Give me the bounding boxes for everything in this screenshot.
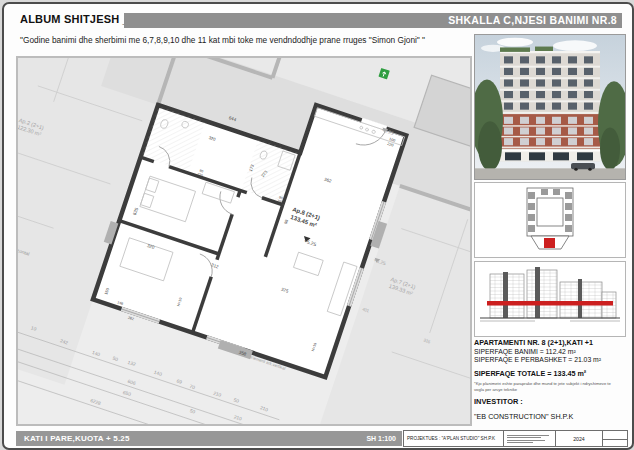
disclaimer-note: *Kjo planimetri eshte paraprake dhe mund… [474,381,614,392]
area-living: SIPERFAQE BANIMI = 112.42 m² [474,348,626,355]
facade-part [552,68,561,75]
signature-line [507,435,549,436]
facade-part [553,152,569,160]
key-plan-svg [475,183,625,257]
car-wheel [588,168,591,171]
building-description: "Godine banimi dhe sherbimi me 6,7,8,9,1… [20,35,425,45]
facade-part [520,68,529,75]
facade-part [505,152,521,160]
facade-part [584,117,593,124]
facade-part [568,56,577,63]
key-plan-panel [474,182,626,258]
signature-line [507,440,545,441]
facade-part [584,56,593,63]
car-wheel [574,168,577,171]
facade-part [529,152,545,160]
footer-bar: KATI I PARE,KUOTA + 5.25 SH 1:100 [16,431,402,446]
header-bar: SHKALLA C,NJESI BANIMI NR.8 [124,13,622,28]
facade-part [500,100,600,102]
facade-part [504,117,513,124]
facade-part [500,89,600,91]
facade-part [568,68,577,75]
facade-part [536,117,545,124]
facade-part [568,117,577,124]
facade-part [568,127,577,134]
facade-part [500,147,600,148]
highlighted-unit [544,238,555,248]
facade-part [584,91,593,98]
floor-level-label: KATI I PARE,KUOTA + 5.25 [24,434,130,443]
facade-part [535,47,553,51]
tree-right-dark [600,127,620,170]
facade-part [504,56,513,63]
facade-part [520,79,529,86]
facade-part [552,127,561,134]
street [475,168,625,179]
facade-part [520,91,529,98]
facade-part [500,125,600,126]
tree-left-dark [478,121,502,171]
facade-part [552,103,561,110]
facade-part [500,77,600,79]
cloud [497,38,533,47]
facade-part [500,112,600,114]
facade-part [500,66,600,68]
investor-name: "EB CONSTRUCTION" SH.P.K [474,412,626,421]
signature-line [507,437,541,438]
facade-part [568,138,577,145]
floor-plan-panel: Ap.8 (2+1)133.45 m²+5.256253201732733203… [16,56,472,426]
year-box: 2024 [556,430,603,447]
area-total: SIPERFAQE TOTALE = 133.45 m² [474,369,626,378]
facade-part [552,91,561,98]
investor-label: INVESTITOR : [474,397,626,406]
facade-part [568,79,577,86]
facade-part [552,138,561,145]
facade-part [536,79,545,86]
facade-part [520,127,529,134]
facade-part [504,79,513,86]
facade-part [536,56,545,63]
facade-part [504,91,513,98]
revision-box [603,430,628,447]
facade-part [584,138,593,145]
facade-part [536,103,545,110]
facade-part [504,127,513,134]
facade-part [504,103,513,110]
elevation-svg [475,262,625,336]
scale-label: SH 1:100 [366,435,396,442]
title-block: PROJEKTUES : "A'PLAN STUDIO" SH.P.K 2024 [403,430,628,447]
unit-title: SHKALLA C,NJESI BANIMI NR.8 [448,14,617,26]
album-sheet-page: ALBUM SHITJESH ____ SHKALLA C,NJESI BANI… [2,2,634,450]
building-photo-svg [475,35,625,179]
facade-part [500,136,600,137]
elevation-panel [474,261,626,337]
facade-part [520,56,529,63]
signature-line [507,442,533,443]
facade-part [500,47,530,51]
facade-part [536,68,545,75]
floor-level-band [487,301,613,306]
facade-part [568,91,577,98]
facade-part [577,152,593,160]
area-shared: SIPERFAQE E PERBASHKET = 21.03 m² [474,356,626,363]
facade-part [584,103,593,110]
signature-box [504,430,556,447]
facade-part [568,103,577,110]
apartment-info: APARTAMENTI NR. 8 (2+1),KATI +1 SIPERFAQ… [474,338,626,421]
facade-part [520,138,529,145]
facade-part [520,103,529,110]
apartment-number: APARTAMENTI NR. 8 (2+1),KATI +1 [474,338,626,347]
facade-part [536,138,545,145]
designer-box: PROJEKTUES : "A'PLAN STUDIO" SH.P.K [403,430,504,447]
facade-part [552,79,561,86]
cloud [553,40,597,51]
facade-part [584,127,593,134]
facade-part [536,127,545,134]
facade-part [552,56,561,63]
facade-part [536,91,545,98]
building-render-photo [474,34,626,180]
facade-part [500,150,600,151]
facade-part [552,117,561,124]
facade-part [520,117,529,124]
facade-part [584,79,593,86]
